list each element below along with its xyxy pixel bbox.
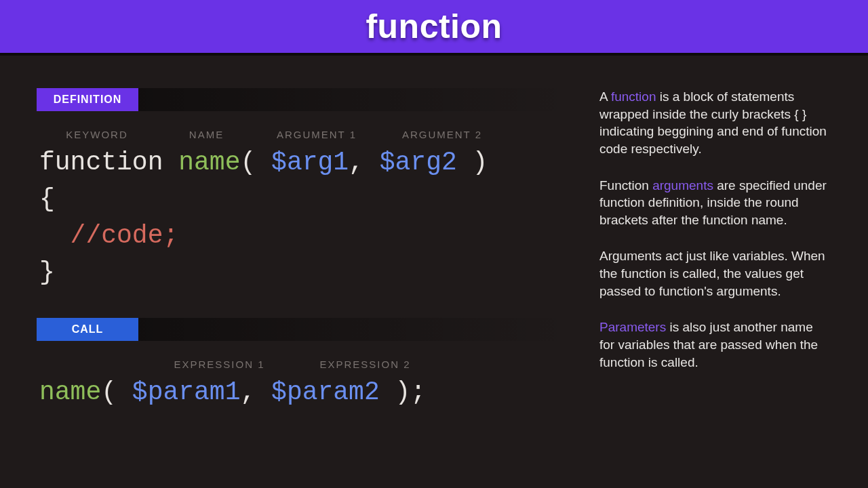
description-column: A function is a block of statements wrap…	[599, 88, 831, 411]
call-code-block: name( $param1, $param2 );	[37, 374, 572, 411]
definition-code-block: function name( $arg1, $arg2 ) { //code; …	[37, 144, 572, 291]
tab-fade	[138, 318, 572, 341]
code-column: DEFINITION KEYWORD NAME ARGUMENT 1 ARGUM…	[37, 88, 572, 411]
call-annotations: EXPRESSION 1 EXPRESSION 2	[37, 359, 572, 370]
code-comma: ,	[349, 148, 380, 177]
code-paren-open: (	[240, 148, 271, 177]
page-title: function	[366, 7, 502, 46]
desc-paragraph-2: Function arguments are specified under f…	[599, 177, 831, 229]
annotation-arg1: ARGUMENT 1	[256, 129, 378, 140]
code-indent	[39, 221, 71, 250]
desc-paragraph-3: Arguments act just like variables. When …	[599, 247, 831, 300]
code-brace-open: {	[39, 184, 55, 214]
desc-paragraph-1: A function is a block of statements wrap…	[599, 88, 831, 158]
header-banner: function	[0, 0, 868, 56]
code-param1: $param1	[132, 378, 241, 407]
code-call-close: );	[380, 378, 426, 407]
definition-tab: DEFINITION	[37, 88, 138, 111]
tab-fade	[138, 88, 572, 111]
code-call-comma: ,	[240, 378, 271, 407]
annotation-name: NAME	[157, 129, 256, 140]
code-paren-close: )	[457, 148, 488, 177]
desc-paragraph-4: Parameters is also just another name for…	[599, 319, 831, 371]
code-arg2: $arg2	[380, 148, 457, 177]
code-param2: $param2	[271, 378, 380, 407]
code-call-name: name	[39, 378, 101, 407]
call-tab-row: CALL	[37, 318, 572, 341]
definition-annotations: KEYWORD NAME ARGUMENT 1 ARGUMENT 2	[37, 129, 572, 140]
hl-arguments: arguments	[652, 178, 713, 192]
annotation-arg2: ARGUMENT 2	[378, 129, 507, 140]
call-tab: CALL	[37, 318, 138, 341]
code-call-open: (	[101, 378, 132, 407]
code-keyword: function	[39, 148, 163, 177]
annotation-keyword: KEYWORD	[37, 129, 157, 140]
code-brace-close: }	[39, 258, 55, 287]
code-arg1: $arg1	[271, 148, 349, 177]
annotation-expr2: EXPRESSION 2	[292, 359, 438, 370]
code-fn-name: name	[178, 148, 240, 177]
annotation-expr1: EXPRESSION 1	[146, 359, 292, 370]
code-comment: //code;	[71, 221, 179, 250]
content-area: DEFINITION KEYWORD NAME ARGUMENT 1 ARGUM…	[0, 56, 868, 411]
definition-tab-row: DEFINITION	[37, 88, 572, 111]
hl-parameters: Parameters	[599, 320, 666, 334]
hl-function: function	[611, 89, 656, 104]
call-section: CALL EXPRESSION 1 EXPRESSION 2 name( $pa…	[37, 318, 572, 411]
